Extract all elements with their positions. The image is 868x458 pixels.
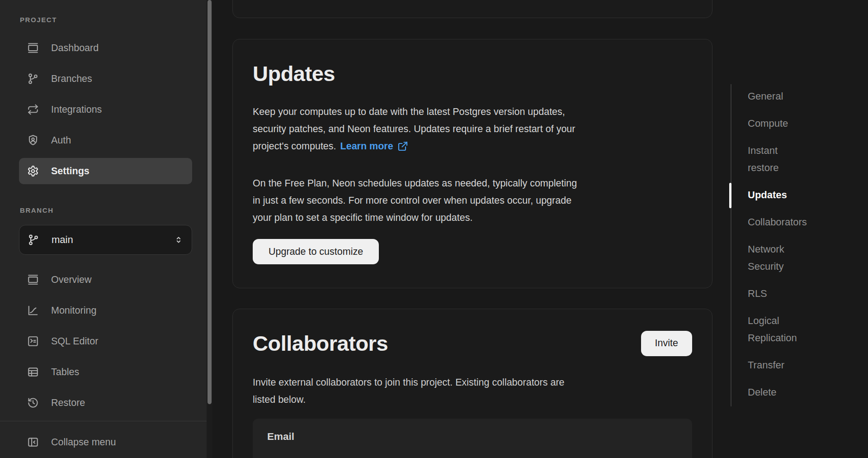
sidebar-scrollbar-thumb[interactable]: [208, 0, 212, 404]
collapse-menu-button[interactable]: Collapse menu: [19, 429, 192, 455]
collaborators-card-header: Collaborators Invite: [253, 330, 692, 357]
page-nav-list: General Compute Instant restore Updates …: [748, 88, 861, 411]
page-nav-item-rls[interactable]: RLS: [748, 285, 861, 302]
panel-collapse-icon: [27, 436, 39, 448]
invite-button[interactable]: Invite: [641, 331, 692, 356]
sidebar: PROJECT Dashboard Branches Integrations: [0, 0, 207, 458]
collaborators-card-title: Collaborators: [253, 330, 388, 357]
collaborators-description: Invite external collaborators to join th…: [253, 374, 692, 408]
dashboard-icon: [27, 42, 39, 54]
overview-icon: [27, 274, 39, 286]
page-nav-item-collaborators[interactable]: Collaborators: [748, 214, 861, 231]
active-section-indicator: [729, 183, 731, 208]
sidebar-item-tables[interactable]: Tables: [19, 359, 192, 385]
gear-icon: [27, 165, 39, 177]
auth-shield-icon: [27, 134, 39, 146]
learn-more-link[interactable]: Learn more: [340, 141, 408, 152]
sidebar-item-overview[interactable]: Overview: [19, 267, 192, 293]
page-nav-item-general[interactable]: General: [748, 88, 861, 105]
updates-description-text: Keep your computes up to date with the l…: [253, 106, 575, 152]
sidebar-item-label: Restore: [51, 397, 85, 409]
chevron-up-down-icon: [174, 235, 184, 245]
page-nav-item-instant-restore[interactable]: Instant restore: [748, 142, 861, 177]
page-nav-item-compute[interactable]: Compute: [748, 115, 861, 132]
updates-free-plan-text: On the Free Plan, Neon schedules updates…: [253, 175, 692, 226]
sidebar-item-label: Overview: [51, 274, 92, 286]
external-link-icon: [397, 141, 408, 152]
sidebar-item-label: Tables: [51, 367, 79, 378]
sidebar-item-integrations[interactable]: Integrations: [19, 96, 192, 123]
project-nav: Dashboard Branches Integrations Auth: [19, 35, 192, 184]
branch-selector[interactable]: main: [19, 225, 192, 255]
page-nav-item-logical-replication[interactable]: Logical Replication: [748, 312, 861, 347]
page-nav-item-network-security[interactable]: Network Security: [748, 241, 861, 275]
page-nav-item-updates[interactable]: Updates: [748, 186, 861, 204]
collapse-menu-label: Collapse menu: [51, 437, 116, 448]
updates-card-title: Updates: [253, 60, 692, 87]
neon-console-settings-page: PROJECT Dashboard Branches Integrations: [0, 0, 868, 458]
sidebar-scrollbar-track[interactable]: [207, 0, 212, 458]
sidebar-item-label: Settings: [51, 166, 90, 177]
sidebar-item-label: Monitoring: [51, 305, 96, 316]
collaborators-table: Email: [253, 419, 692, 458]
sidebar-item-label: Dashboard: [51, 43, 99, 54]
git-branch-icon: [28, 234, 39, 246]
page-nav-item-transfer[interactable]: Transfer: [748, 357, 861, 374]
updates-description: Keep your computes up to date with the l…: [253, 103, 692, 155]
page-nav-rail: [731, 84, 731, 406]
sidebar-item-label: Integrations: [51, 104, 102, 115]
sidebar-item-auth[interactable]: Auth: [19, 127, 192, 153]
sidebar-item-label: SQL Editor: [51, 336, 98, 347]
previous-card-partial: [232, 0, 712, 18]
email-column-header: Email: [267, 431, 678, 443]
page-nav-item-delete[interactable]: Delete: [748, 384, 861, 401]
tables-icon: [27, 366, 39, 378]
learn-more-label: Learn more: [340, 141, 393, 152]
restore-icon: [27, 397, 39, 409]
branch-nav: Overview Monitoring SQL Editor Tables: [19, 267, 192, 416]
sidebar-item-monitoring[interactable]: Monitoring: [19, 297, 192, 324]
sidebar-item-label: Branches: [51, 73, 92, 85]
collaborators-card: Collaborators Invite Invite external col…: [232, 309, 712, 458]
sidebar-footer-divider: [0, 421, 207, 421]
monitoring-icon: [27, 305, 39, 316]
sidebar-section-label-branch: BRANCH: [20, 206, 54, 214]
sidebar-item-restore[interactable]: Restore: [19, 390, 192, 416]
sidebar-item-sql-editor[interactable]: SQL Editor: [19, 328, 192, 354]
integrations-icon: [27, 104, 39, 115]
upgrade-to-customize-button[interactable]: Upgrade to customize: [253, 239, 379, 264]
sidebar-item-settings[interactable]: Settings: [19, 158, 192, 184]
branch-selector-value: main: [52, 234, 73, 246]
sidebar-section-label-project: PROJECT: [20, 16, 57, 24]
sql-editor-icon: [27, 335, 39, 347]
sidebar-item-label: Auth: [51, 135, 71, 146]
git-branch-icon: [27, 73, 39, 85]
sidebar-item-dashboard[interactable]: Dashboard: [19, 35, 192, 61]
sidebar-item-branches[interactable]: Branches: [19, 66, 192, 92]
updates-card: Updates Keep your computes up to date wi…: [232, 39, 712, 288]
